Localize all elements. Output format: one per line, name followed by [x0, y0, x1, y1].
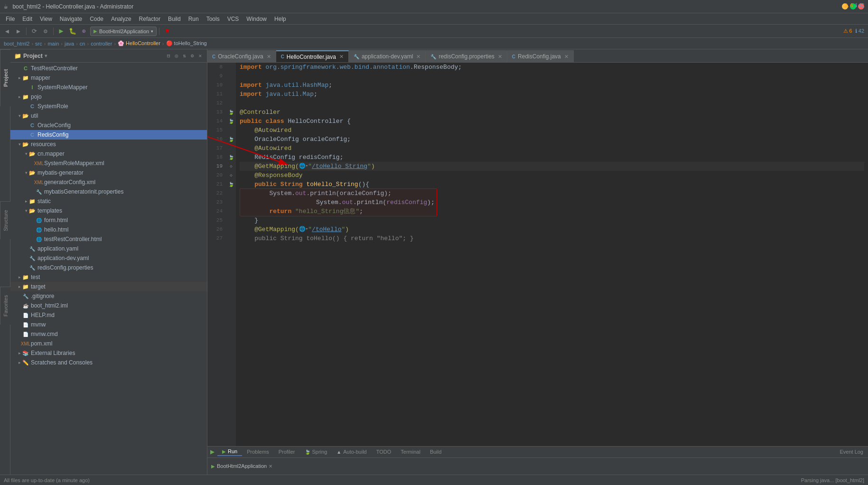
menu-vcs[interactable]: VCS: [224, 15, 243, 23]
tab-todo[interactable]: TODO: [372, 448, 396, 456]
event-log-tab[interactable]: Event Log: [835, 448, 868, 456]
menu-file[interactable]: File: [2, 15, 19, 23]
menu-help[interactable]: Help: [271, 15, 290, 23]
tree-item-SystemRole[interactable]: C SystemRole: [10, 102, 207, 111]
tree-item-redisConfig-props[interactable]: 🔧 redisConfig.properties: [10, 263, 207, 272]
menu-view[interactable]: View: [36, 15, 56, 23]
tree-item-generatorConfig[interactable]: XML generatorConfig.xml: [10, 177, 207, 187]
breadcrumb-main[interactable]: main: [47, 41, 59, 47]
collapse-all-button[interactable]: ⊟: [166, 52, 172, 59]
tree-item-static[interactable]: ▸ 📁 static: [10, 196, 207, 206]
run-button[interactable]: ▶: [56, 26, 66, 37]
breadcrumb-cn[interactable]: cn: [80, 41, 85, 47]
tab-spring[interactable]: 🍃 Spring: [300, 448, 332, 456]
tab-close-button[interactable]: ✕: [267, 54, 271, 60]
tab-close-button[interactable]: ✕: [498, 54, 502, 60]
tree-item-templates[interactable]: ▾ 📂 templates: [10, 206, 207, 215]
tree-item-mybatisGeneratorinit[interactable]: 🔧 mybatisGeneratorinit.properties: [10, 187, 207, 196]
tree-item-pojo[interactable]: ▸ 📁 pojo: [10, 92, 207, 102]
project-side-label[interactable]: Project: [0, 49, 10, 106]
gutter-cell-14[interactable]: 🍃: [226, 117, 236, 126]
tree-item-mvnw[interactable]: 📄 mvnw: [10, 320, 207, 329]
run-config-selector[interactable]: ▶ BootHtml2Application ▾: [90, 27, 157, 36]
tree-item-cn-mapper[interactable]: ▾ 📂 cn.mapper: [10, 149, 207, 159]
tree-item-boot-html2-iml[interactable]: ☕ boot_html2.iml: [10, 301, 207, 310]
tree-item-form-html[interactable]: 🌐 form.html: [10, 215, 207, 225]
tab-run[interactable]: ▶ Run: [217, 448, 242, 456]
tree-item-hello-html[interactable]: 🌐 hello.html: [10, 225, 207, 234]
breadcrumb-project[interactable]: boot_html2: [4, 41, 29, 47]
coverage-button[interactable]: ⊕: [79, 26, 89, 37]
tab-OracleConfig[interactable]: C OracleConfig.java ✕: [207, 50, 276, 62]
menu-code[interactable]: Code: [86, 15, 107, 23]
favorites-side-label[interactable]: Favorites: [0, 287, 10, 325]
tree-item-test[interactable]: ▸ 📁 test: [10, 272, 207, 282]
tab-close-button[interactable]: ✕: [416, 54, 420, 60]
breadcrumb-class[interactable]: 🌸 HelloController: [118, 40, 160, 47]
tab-terminal[interactable]: Terminal: [396, 448, 425, 456]
tree-item-application-yaml[interactable]: 🔧 application.yaml: [10, 244, 207, 253]
breadcrumb-controller[interactable]: controller: [91, 41, 112, 47]
structure-side-label[interactable]: Structure: [0, 201, 10, 239]
gutter-cell-13[interactable]: 🍃: [226, 108, 236, 117]
code-line-21: public String toHello_String(){: [240, 180, 864, 189]
tree-item-mybatis-generator[interactable]: ▾ 📂 mybatis-generator: [10, 168, 207, 177]
tree-item-help[interactable]: 📄 HELP.md: [10, 310, 207, 320]
tree-item-scratches[interactable]: ▸ ✏️ Scratches and Consoles: [10, 358, 207, 367]
sync-button[interactable]: ⟳: [29, 26, 39, 37]
hide-panel-button[interactable]: ✕: [197, 52, 203, 59]
locate-button[interactable]: ◎: [174, 52, 180, 59]
forward-button[interactable]: ▶: [13, 26, 24, 37]
tab-redisConfig-props[interactable]: 🔧 redisConfig.properties ✕: [426, 50, 507, 62]
tree-item-SystemRoleMapper[interactable]: I SystemRoleMapper: [10, 83, 207, 92]
tree-item-external-libs[interactable]: ▸ 📚 External Libraries: [10, 348, 207, 358]
tree-item-target[interactable]: ▸ 📁 target: [10, 282, 207, 291]
tab-RedisConfig[interactable]: C RedisConfig.java ✕: [507, 50, 574, 62]
tree-item-gitignore[interactable]: 🔧 .gitignore: [10, 291, 207, 301]
tree-item-application-dev-yaml[interactable]: 🔧 application-dev.yaml: [10, 253, 207, 263]
menu-navigate[interactable]: Navigate: [56, 15, 86, 23]
gutter-cell-21[interactable]: 🍃: [226, 180, 236, 189]
tab-close-button[interactable]: ✕: [339, 54, 344, 60]
code-content[interactable]: import org.springframework.web.bind.anno…: [236, 63, 868, 446]
menu-analyze[interactable]: Analyze: [107, 15, 135, 23]
stop-button[interactable]: ■: [162, 26, 172, 37]
gutter-cell-16[interactable]: 🍃: [226, 135, 236, 144]
menu-run[interactable]: Run: [185, 15, 203, 23]
breadcrumb-java[interactable]: java: [65, 41, 74, 47]
gutter-cell-19[interactable]: ◇: [226, 162, 236, 171]
debug-button[interactable]: 🐛: [67, 26, 78, 37]
tab-build[interactable]: Build: [425, 448, 446, 456]
menu-refactor[interactable]: Refactor: [135, 15, 164, 23]
tree-item-OracleConfig[interactable]: C OracleConfig: [10, 121, 207, 130]
tree-item-resources[interactable]: ▾ 📂 resources: [10, 140, 207, 149]
tree-item-RedisConfig[interactable]: C RedisConfig: [10, 130, 207, 140]
tree-item-mvnw-cmd[interactable]: 📄 mvnw.cmd: [10, 329, 207, 339]
tab-problems[interactable]: Problems: [242, 448, 273, 456]
tree-item-label: test: [31, 274, 40, 280]
tab-close-button[interactable]: ✕: [564, 54, 569, 60]
tree-item-TestRestController[interactable]: C TestRestController: [10, 64, 207, 73]
tree-item-util[interactable]: ▾ 📂 util: [10, 111, 207, 121]
tab-profiler-label: Profiler: [279, 449, 295, 455]
menu-tools[interactable]: Tools: [203, 15, 224, 23]
tab-profiler[interactable]: Profiler: [274, 448, 300, 456]
breadcrumb-src[interactable]: src: [35, 41, 42, 47]
tab-HelloController[interactable]: C HelloController.java ✕: [276, 50, 349, 62]
back-button[interactable]: ◀: [2, 26, 12, 37]
breadcrumb-method[interactable]: 🔴 toHello_String: [166, 40, 207, 47]
settings-button[interactable]: ⚙: [40, 26, 51, 37]
tree-item-mapper[interactable]: ▸ 📁 mapper: [10, 73, 207, 83]
menu-window[interactable]: Window: [243, 15, 271, 23]
gutter-cell-18[interactable]: 🍃: [226, 153, 236, 162]
tree-item-pom-xml[interactable]: XML pom.xml: [10, 339, 207, 348]
tab-auto-build[interactable]: ▲ Auto-build: [332, 448, 371, 456]
tree-item-testRestController-html[interactable]: 🌐 testRestController.html: [10, 234, 207, 244]
menu-edit[interactable]: Edit: [19, 15, 36, 23]
code-editor[interactable]: 8 9 10 11 12 13 14 15 16 17 18 19 20 21 …: [207, 63, 868, 446]
gear-icon[interactable]: ⚙: [189, 52, 196, 59]
tab-application-dev-yaml[interactable]: 🔧 application-dev.yaml ✕: [349, 50, 426, 62]
tree-item-SystemRoleMapper-xml[interactable]: XML SystemRoleMapper.xml: [10, 159, 207, 168]
menu-build[interactable]: Build: [164, 15, 185, 23]
sort-button[interactable]: ⇅: [181, 52, 187, 59]
